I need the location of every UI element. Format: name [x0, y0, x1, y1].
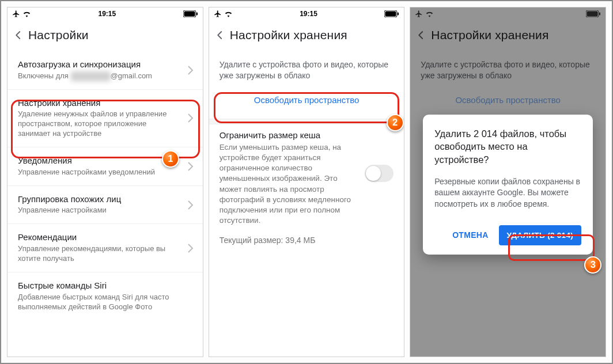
chevron-right-icon	[188, 113, 194, 123]
cache-current-size: Текущий размер: 39,4 МБ	[220, 236, 394, 245]
screen-1-settings: 19:15 Настройки Автозагрузка и синхрониз…	[7, 7, 203, 357]
row-label: Группировка похожих лиц	[18, 194, 181, 205]
status-time: 19:15	[300, 10, 317, 18]
svg-rect-2	[196, 13, 198, 16]
back-button[interactable]	[214, 29, 226, 41]
airplane-mode-icon	[214, 10, 222, 18]
cache-title: Ограничить размер кеша	[220, 130, 360, 140]
row-sub: Управление настройками уведомлений	[18, 168, 181, 177]
chevron-right-icon	[188, 244, 194, 253]
row-sub: Включены для xxxxxxxxxx@gmail.com	[18, 71, 181, 81]
cache-limit-toggle[interactable]	[365, 165, 393, 182]
row-label: Уведомления	[18, 156, 181, 166]
dialog-cancel-button[interactable]: ОТМЕНА	[449, 226, 491, 244]
row-autoupload[interactable]: Автозагрузка и синхронизация Включены дл…	[7, 51, 203, 90]
cache-description: Если уменьшить размер кеша, на устройств…	[220, 142, 360, 226]
nav-header: Настройки	[7, 20, 203, 51]
page-title: Настройки хранения	[230, 28, 347, 42]
row-sub: Управление рекомендациями, которые вы хо…	[18, 244, 181, 264]
chevron-right-icon	[188, 66, 194, 75]
row-label: Автозагрузка и синхронизация	[18, 59, 181, 70]
nav-header: Настройки хранения	[209, 20, 404, 51]
row-face-grouping[interactable]: Группировка похожих лиц Управление настр…	[7, 186, 203, 225]
airplane-mode-icon	[12, 10, 20, 18]
wifi-icon	[224, 10, 233, 17]
battery-icon	[183, 10, 198, 17]
row-sub: Управление настройками	[18, 206, 181, 215]
chevron-left-icon	[215, 30, 225, 40]
chevron-left-icon	[13, 30, 24, 40]
delete-confirm-dialog: Удалить 2 014 файлов, чтобы освободить м…	[423, 115, 593, 255]
section-divider	[209, 119, 404, 124]
row-label: Настройки хранения	[18, 98, 181, 109]
row-sub: Удаление ненужных файлов и управление пр…	[18, 109, 181, 139]
back-button[interactable]	[12, 29, 25, 41]
status-bar: 19:15	[209, 7, 404, 20]
step-badge-2: 2	[387, 114, 404, 131]
svg-rect-1	[184, 12, 195, 17]
page-title: Настройки	[28, 28, 89, 42]
battery-icon	[384, 10, 399, 17]
step-badge-1: 1	[162, 150, 179, 168]
free-up-space-button[interactable]: Освободить пространство	[217, 87, 396, 113]
chevron-right-icon	[188, 162, 194, 171]
svg-rect-5	[398, 13, 399, 16]
row-recommendations[interactable]: Рекомендации Управление рекомендациями, …	[7, 224, 203, 272]
storage-note: Удалите с устройства фото и видео, котор…	[209, 51, 404, 87]
dialog-message: Резервные копии файлов сохранены в вашем…	[434, 176, 581, 210]
svg-rect-4	[385, 12, 396, 17]
wifi-icon	[22, 10, 31, 17]
row-label: Рекомендации	[18, 232, 181, 243]
dialog-delete-button[interactable]: УДАЛИТЬ (2 014)	[499, 225, 581, 245]
chevron-right-icon	[188, 200, 194, 210]
settings-list: Автозагрузка и синхронизация Включены дл…	[7, 51, 203, 357]
screen-3-delete-dialog: Настройки хранения Удалите с устройства …	[410, 7, 606, 357]
status-time: 19:15	[98, 10, 116, 18]
row-storage-settings[interactable]: Настройки хранения Удаление ненужных фай…	[7, 90, 203, 147]
screen-2-storage-settings: 19:15 Настройки хранения Удалите с устро…	[209, 7, 405, 357]
row-sub: Добавление быстрых команд Siri для часто…	[18, 293, 194, 312]
status-bar: 19:15	[7, 7, 203, 20]
row-label: Быстрые команды Siri	[18, 280, 194, 291]
dialog-title: Удалить 2 014 файлов, чтобы освободить м…	[434, 127, 581, 166]
cache-section: Ограничить размер кеша Если уменьшить ра…	[209, 124, 404, 245]
row-siri-shortcuts[interactable]: Быстрые команды Siri Добавление быстрых …	[7, 272, 203, 320]
